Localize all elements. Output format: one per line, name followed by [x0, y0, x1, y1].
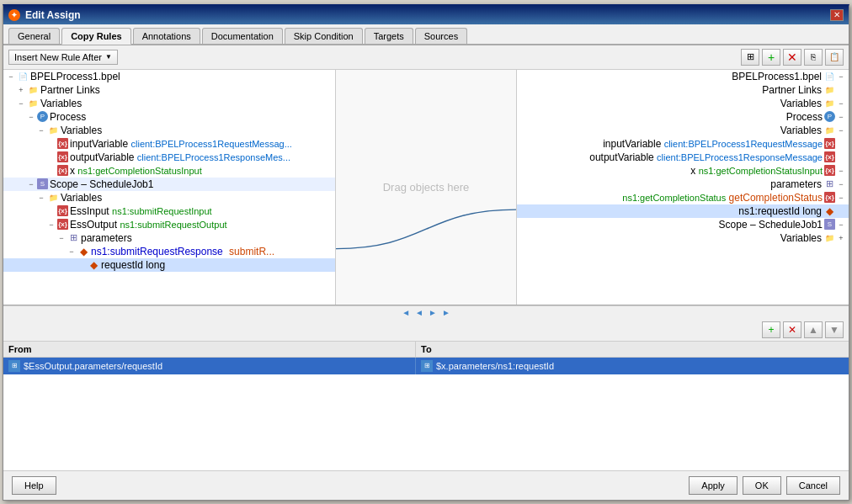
- toolbar: Insert New Rule After ▼ ⊞ + ✕ ⎘ 📋: [3, 45, 849, 70]
- center-drop-panel[interactable]: Drag objects here: [336, 70, 516, 305]
- variable-icon: {x}: [824, 151, 835, 162]
- tab-skip-condition[interactable]: Skip Condition: [285, 28, 363, 44]
- list-item[interactable]: Scope – ScheduleJob1 S −: [517, 218, 849, 231]
- cell-from: ⊞ $EssOutput.parameters/requestId: [3, 358, 416, 374]
- list-item[interactable]: outputVariable client:BPELProcess1Respon…: [517, 151, 849, 164]
- grid-view-button[interactable]: ⊞: [741, 49, 759, 66]
- scroll-arrows: ◄ ◄ ► ►: [402, 308, 450, 317]
- list-item[interactable]: − 📁 Variables: [3, 97, 335, 110]
- list-item[interactable]: − 📁 Variables: [3, 191, 335, 204]
- folder-icon: 📁: [823, 98, 835, 109]
- from-value: $EssOutput.parameters/requestId: [24, 361, 162, 371]
- list-item[interactable]: − 📄 BPELProcess1.bpel: [3, 70, 335, 83]
- list-item[interactable]: {x} x ns1:getCompletionStatusInput: [3, 164, 335, 178]
- grid-icon: ⊞: [823, 178, 835, 190]
- variable-icon: {x}: [57, 138, 68, 149]
- list-item[interactable]: ◆ requestId long: [3, 258, 335, 272]
- variable-icon: {x}: [57, 151, 68, 162]
- variable-icon: {x}: [57, 165, 68, 176]
- list-item[interactable]: − {x} EssOutput ns1:submitRequestOutput: [3, 218, 335, 231]
- app-icon: ✦: [8, 9, 20, 21]
- list-item[interactable]: Variables 📁 −: [517, 124, 849, 137]
- folder-icon: 📁: [823, 232, 835, 244]
- add-mapping-button[interactable]: +: [762, 321, 780, 338]
- tab-targets[interactable]: Targets: [365, 28, 413, 44]
- table-row[interactable]: ⊞ $EssOutput.parameters/requestId ⊞ $x.p…: [3, 358, 849, 374]
- mapping-table: From To ⊞ $EssOutput.parameters/requestI…: [3, 342, 849, 470]
- right-tree-panel[interactable]: BPELProcess1.bpel 📄 − Partner Links 📁 Va…: [516, 70, 849, 305]
- cell-to: ⊞ $x.parameters/ns1:requestId: [416, 358, 849, 374]
- move-up-button[interactable]: ▲: [804, 321, 823, 338]
- list-item[interactable]: {x} EssInput ns1:submitRequestInput: [3, 204, 335, 218]
- list-item[interactable]: Variables 📁 −: [517, 97, 849, 110]
- main-window: ✦ Edit Assign ✕ General Copy Rules Annot…: [3, 4, 849, 501]
- from-cell-icon: ⊞: [8, 360, 20, 372]
- list-item[interactable]: Variables 📁 +: [517, 231, 849, 245]
- move-down-button[interactable]: ▼: [825, 321, 844, 338]
- list-item[interactable]: − 📁 Variables: [3, 124, 335, 137]
- list-item[interactable]: ns1:requestId long ◆: [517, 204, 849, 218]
- copy-rule-button[interactable]: ⎘: [804, 49, 823, 66]
- tab-annotations[interactable]: Annotations: [133, 28, 200, 44]
- to-value: $x.parameters/ns1:requestId: [436, 361, 554, 371]
- list-item[interactable]: − S Scope – ScheduleJob1: [3, 178, 335, 191]
- tab-documentation[interactable]: Documentation: [202, 28, 283, 44]
- scroll-indicator: ◄ ◄ ► ►: [3, 305, 849, 319]
- tab-general[interactable]: General: [8, 28, 60, 44]
- title-bar: ✦ Edit Assign ✕: [3, 6, 849, 24]
- folder-icon: 📁: [823, 125, 835, 136]
- list-item[interactable]: {x} outputVariable client:BPELProcess1Re…: [3, 151, 335, 164]
- list-item[interactable]: Partner Links 📁: [517, 83, 849, 97]
- list-item[interactable]: − ⊞ parameters: [3, 231, 335, 245]
- insert-rule-dropdown[interactable]: Insert New Rule After ▼: [8, 50, 118, 65]
- tab-sources[interactable]: Sources: [415, 28, 467, 44]
- remove-rule-button[interactable]: ✕: [783, 49, 801, 66]
- variable-icon: {x}: [824, 192, 835, 203]
- col-to-header: To: [416, 342, 849, 357]
- col-from-header: From: [3, 342, 416, 357]
- ok-button[interactable]: OK: [743, 476, 781, 495]
- file-icon: 📄: [17, 71, 29, 82]
- variable-icon: {x}: [824, 138, 835, 149]
- list-item[interactable]: − P Process: [3, 110, 335, 124]
- list-item[interactable]: ns1:getCompletionStatus getCompletionSta…: [517, 191, 849, 204]
- folder-icon: 📁: [823, 84, 835, 96]
- list-item[interactable]: BPELProcess1.bpel 📄 −: [517, 70, 849, 83]
- left-tree-panel[interactable]: − 📄 BPELProcess1.bpel + 📁 Partner Links …: [3, 70, 336, 305]
- variable-icon: {x}: [57, 219, 68, 230]
- tree-panels: − 📄 BPELProcess1.bpel + 📁 Partner Links …: [3, 70, 849, 305]
- tabs-bar: General Copy Rules Annotations Documenta…: [3, 24, 849, 45]
- drag-hint-text: Drag objects here: [383, 181, 470, 194]
- list-item[interactable]: − ◆ ns1:submitRequestResponse submitR...: [3, 245, 335, 258]
- apply-button[interactable]: Apply: [689, 476, 738, 495]
- window-title: Edit Assign: [25, 9, 81, 21]
- list-item[interactable]: x ns1:getCompletionStatusInput {x} −: [517, 164, 849, 178]
- grid-icon: ⊞: [67, 232, 79, 244]
- add-rule-button[interactable]: +: [762, 49, 780, 66]
- remove-mapping-button[interactable]: ✕: [783, 321, 801, 338]
- close-button[interactable]: ✕: [830, 9, 844, 21]
- file-icon: 📄: [823, 71, 835, 82]
- diamond-icon: ◆: [77, 246, 89, 257]
- folder-icon: 📁: [27, 98, 39, 109]
- to-cell-icon: ⊞: [421, 360, 433, 372]
- dropdown-arrow-icon: ▼: [105, 53, 112, 61]
- paste-rule-button[interactable]: 📋: [825, 49, 844, 66]
- cancel-button[interactable]: Cancel: [786, 476, 840, 495]
- list-item[interactable]: inputVariable client:BPELProcess1Request…: [517, 137, 849, 151]
- list-item[interactable]: {x} inputVariable client:BPELProcess1Req…: [3, 137, 335, 151]
- variable-icon: {x}: [824, 165, 835, 176]
- table-header: From To: [3, 342, 849, 358]
- folder-icon: 📁: [47, 192, 59, 204]
- footer: Help Apply OK Cancel: [3, 470, 849, 500]
- variable-icon: {x}: [57, 205, 68, 216]
- tab-copy-rules[interactable]: Copy Rules: [61, 28, 131, 45]
- list-item[interactable]: + 📁 Partner Links: [3, 83, 335, 97]
- process-icon: P: [824, 111, 835, 122]
- list-item[interactable]: Process P −: [517, 110, 849, 124]
- help-button[interactable]: Help: [12, 476, 56, 495]
- scope-icon: S: [824, 219, 835, 230]
- list-item[interactable]: parameters ⊞ −: [517, 178, 849, 191]
- bottom-area: + ✕ ▲ ▼ From To ⊞ $EssOutput.parameters/…: [3, 319, 849, 470]
- insert-rule-label: Insert New Rule After: [14, 52, 102, 62]
